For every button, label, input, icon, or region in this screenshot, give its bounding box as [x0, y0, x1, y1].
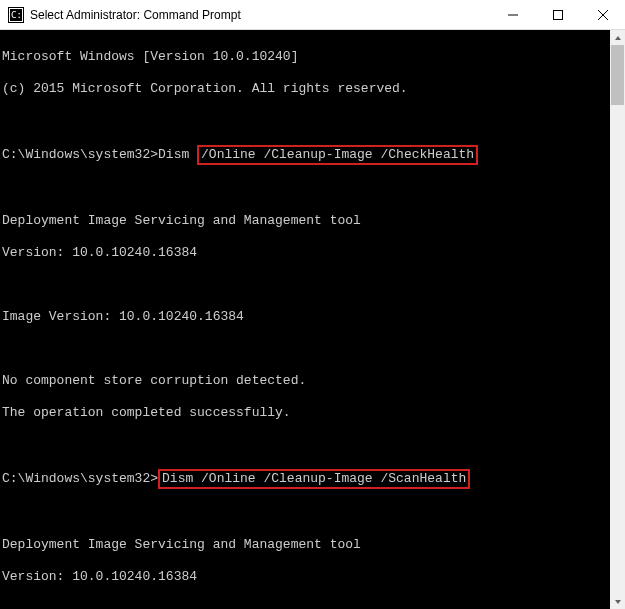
blank-line — [2, 277, 610, 293]
command-line: C:\Windows\system32>Dism /Online /Cleanu… — [2, 469, 610, 489]
scrollbar-thumb[interactable] — [611, 45, 624, 105]
blank-line — [2, 437, 610, 453]
output-line: Deployment Image Servicing and Managemen… — [2, 537, 610, 553]
output-line: Image Version: 10.0.10240.16384 — [2, 309, 610, 325]
window-controls — [490, 0, 625, 29]
cmd-icon: C: — [8, 7, 24, 23]
highlighted-args: /Online /Cleanup-Image /CheckHealth — [197, 145, 478, 165]
output-line: Deployment Image Servicing and Managemen… — [2, 213, 610, 229]
console-output[interactable]: Microsoft Windows [Version 10.0.10240] (… — [0, 30, 610, 609]
titlebar[interactable]: C: Select Administrator: Command Prompt — [0, 0, 625, 30]
cmd-text: Dism — [158, 147, 197, 162]
output-line: Version: 10.0.10240.16384 — [2, 245, 610, 261]
vertical-scrollbar[interactable] — [610, 30, 625, 609]
output-line: No component store corruption detected. — [2, 373, 610, 389]
svg-marker-8 — [615, 36, 621, 40]
svg-rect-5 — [553, 10, 562, 19]
close-button[interactable] — [580, 0, 625, 29]
blank-line — [2, 601, 610, 609]
output-line: (c) 2015 Microsoft Corporation. All righ… — [2, 81, 610, 97]
blank-line — [2, 505, 610, 521]
blank-line — [2, 113, 610, 129]
console-area: Microsoft Windows [Version 10.0.10240] (… — [0, 30, 625, 609]
scrollbar-track[interactable] — [610, 45, 625, 594]
command-line: C:\Windows\system32>Dism /Online /Cleanu… — [2, 145, 610, 165]
window-title: Select Administrator: Command Prompt — [30, 8, 490, 22]
svg-text:C:: C: — [11, 10, 22, 20]
output-line: Version: 10.0.10240.16384 — [2, 569, 610, 585]
minimize-button[interactable] — [490, 0, 535, 29]
svg-marker-9 — [615, 600, 621, 604]
prompt-text: C:\Windows\system32> — [2, 147, 158, 162]
blank-line — [2, 181, 610, 197]
scroll-down-button[interactable] — [610, 594, 625, 609]
blank-line — [2, 341, 610, 357]
scroll-up-button[interactable] — [610, 30, 625, 45]
highlighted-command: Dism /Online /Cleanup-Image /ScanHealth — [158, 469, 470, 489]
output-line: The operation completed successfully. — [2, 405, 610, 421]
prompt-text: C:\Windows\system32> — [2, 471, 158, 486]
output-line: Microsoft Windows [Version 10.0.10240] — [2, 49, 610, 65]
maximize-button[interactable] — [535, 0, 580, 29]
